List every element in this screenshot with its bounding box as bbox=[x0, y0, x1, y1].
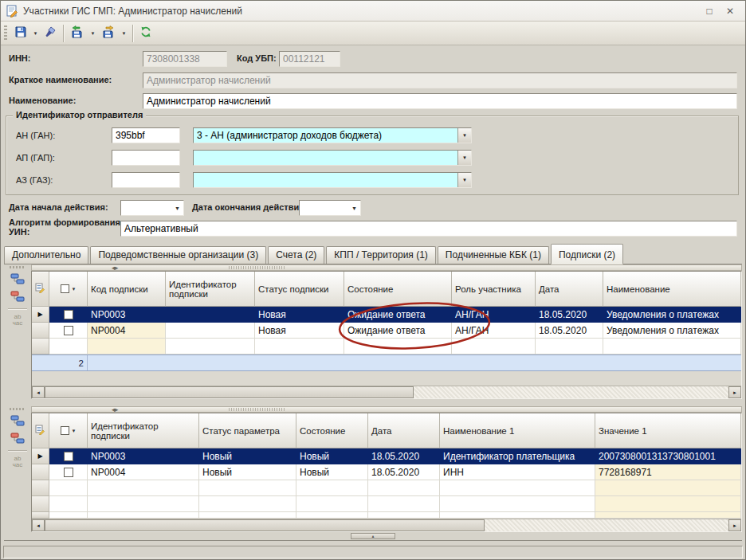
an-gan-role-combo[interactable]: 3 - АН (администратор доходов бюджета) ▼ bbox=[193, 127, 472, 143]
row-checkbox[interactable] bbox=[49, 464, 88, 480]
column-header[interactable]: Идентификатор подписки bbox=[88, 413, 199, 448]
toolbar-grip[interactable] bbox=[4, 25, 7, 41]
import-button[interactable] bbox=[67, 24, 88, 43]
tab-subscriptions[interactable]: Подписки (2) bbox=[551, 244, 623, 264]
restore-button[interactable]: □ bbox=[699, 3, 720, 19]
scroll-right-button[interactable]: ► bbox=[728, 386, 741, 398]
side-toolbar-grip[interactable] bbox=[10, 266, 26, 268]
parameters-grid: ▼ Идентификатор подписки Статус параметр… bbox=[31, 413, 742, 532]
table-row[interactable]: ▶ NP0003 Новый Новый 18.05.2020 Идентифи… bbox=[32, 448, 741, 464]
table-row-empty[interactable] bbox=[32, 339, 741, 354]
ap-gap-code-field[interactable] bbox=[112, 150, 180, 166]
date-end-combo[interactable]: ▼ bbox=[299, 200, 361, 216]
ubp-code-field[interactable]: 00112121 bbox=[279, 51, 340, 67]
scrollbar-track[interactable] bbox=[485, 519, 728, 531]
parameters-grid-header: ▼ Идентификатор подписки Статус параметр… bbox=[32, 413, 741, 448]
column-header[interactable]: Роль участника bbox=[452, 272, 536, 307]
customize-grid-icon bbox=[35, 425, 45, 437]
window-title: Участники ГИС ГМП: Администратор начисле… bbox=[23, 6, 699, 17]
panel-splitter[interactable] bbox=[4, 399, 742, 406]
table-row-empty[interactable] bbox=[32, 496, 741, 512]
customize-columns-button[interactable] bbox=[32, 272, 49, 307]
name-field[interactable]: Администратор начислений bbox=[143, 93, 737, 109]
scrollbar-track[interactable] bbox=[414, 386, 728, 398]
uin-algorithm-field[interactable]: Альтернативный bbox=[120, 221, 737, 237]
column-header[interactable]: Дата bbox=[368, 413, 440, 448]
strip-handle-icon[interactable]: ◀▮▶ bbox=[112, 408, 117, 412]
chevron-down-icon: ▼ bbox=[351, 206, 357, 211]
column-header[interactable]: Статус подписки bbox=[255, 272, 344, 307]
remove-node-icon bbox=[10, 290, 25, 305]
collapse-panel-button[interactable]: ▲ bbox=[351, 533, 395, 539]
participant-form: ИНН: 7308001338 Код УБП: 00112121 Кратко… bbox=[1, 45, 745, 242]
pin-icon bbox=[44, 25, 57, 41]
column-header[interactable]: Статус параметра bbox=[199, 413, 296, 448]
table-row[interactable]: NP0004 Новый Новый 18.05.2020 ИНН 772816… bbox=[32, 464, 741, 480]
column-header[interactable]: Наименование bbox=[603, 272, 741, 307]
date-start-combo[interactable]: ▼ bbox=[120, 200, 184, 216]
column-header[interactable]: Код подписки bbox=[88, 272, 166, 307]
strip-handle-icon[interactable]: ◀▮▶ bbox=[112, 266, 117, 270]
export-floppy-icon bbox=[101, 25, 116, 41]
tab-accounts[interactable]: Счета (2) bbox=[268, 246, 324, 264]
refresh-button[interactable] bbox=[136, 24, 155, 43]
remove-parameter-button[interactable] bbox=[7, 431, 28, 447]
select-all-header[interactable]: ▼ bbox=[49, 413, 88, 448]
column-header[interactable]: Наименование 1 bbox=[440, 413, 595, 448]
incremental-search-button[interactable]: ab час bbox=[7, 454, 28, 470]
tab-kpp-territory[interactable]: КПП / Территория (1) bbox=[326, 246, 436, 264]
ap-gap-role-combo[interactable]: ▼ bbox=[193, 150, 472, 166]
subscriptions-panel: ab час ◀▮▶ ▼ Ко bbox=[4, 264, 742, 399]
inn-field[interactable]: 7308001338 bbox=[143, 51, 227, 67]
row-checkbox[interactable] bbox=[49, 448, 88, 464]
add-parameter-button[interactable] bbox=[7, 413, 28, 429]
column-header[interactable]: Состояние bbox=[344, 272, 452, 307]
export-dropdown-button[interactable]: ▼ bbox=[119, 24, 129, 43]
scrollbar-thumb[interactable] bbox=[45, 386, 414, 398]
summary-row: 2 bbox=[32, 354, 741, 371]
subscriptions-grid: ▼ Код подписки Идентификатор подписки Ст… bbox=[31, 271, 742, 399]
table-row[interactable]: NP0004 Новая Ожидание ответа АН/ГАН 18.0… bbox=[32, 323, 741, 339]
scroll-left-button[interactable]: ◄ bbox=[32, 386, 45, 398]
column-header[interactable]: Значение 1 bbox=[595, 413, 741, 448]
scroll-right-button[interactable]: ► bbox=[728, 519, 741, 531]
customize-columns-button[interactable] bbox=[32, 413, 49, 448]
az-gaz-role-combo[interactable]: ▼ bbox=[193, 172, 472, 188]
side-toolbar-grip[interactable] bbox=[10, 408, 26, 410]
side-toolbar-separator bbox=[8, 450, 27, 451]
save-button[interactable] bbox=[11, 24, 30, 43]
import-dropdown-button[interactable]: ▼ bbox=[88, 24, 98, 43]
az-gaz-code-field[interactable] bbox=[112, 172, 180, 188]
combo-arrow-button[interactable]: ▼ bbox=[457, 151, 471, 165]
scrollbar-thumb[interactable] bbox=[45, 519, 485, 531]
column-header[interactable]: Состояние bbox=[296, 413, 368, 448]
column-header[interactable]: Идентификатор подписки bbox=[166, 272, 255, 307]
add-subscription-button[interactable] bbox=[7, 272, 28, 288]
table-row-empty[interactable] bbox=[32, 480, 741, 496]
save-dropdown-button[interactable]: ▼ bbox=[30, 24, 41, 43]
select-all-header[interactable]: ▼ bbox=[49, 272, 88, 307]
checkbox-icon bbox=[64, 452, 73, 461]
combo-arrow-button[interactable]: ▼ bbox=[457, 173, 471, 187]
row-checkbox[interactable] bbox=[49, 323, 88, 339]
chevron-down-icon: ▼ bbox=[462, 155, 467, 160]
sign-pin-button[interactable] bbox=[41, 24, 60, 43]
tab-strip: Дополнительно Подведомственные организац… bbox=[4, 242, 742, 264]
export-button[interactable] bbox=[98, 24, 119, 43]
uin-algorithm-label: Алгоритм формирования УИН: bbox=[9, 217, 120, 237]
tab-subordinate-orgs[interactable]: Подведомственные организации (3) bbox=[90, 246, 266, 264]
tab-additional[interactable]: Дополнительно bbox=[4, 246, 88, 264]
combo-arrow-button[interactable]: ▼ bbox=[457, 128, 471, 143]
close-button[interactable]: ✕ bbox=[720, 3, 740, 19]
short-name-field[interactable]: Администратор начислений bbox=[143, 72, 737, 88]
scroll-left-button[interactable]: ◄ bbox=[32, 519, 45, 531]
chevron-down-icon: ▼ bbox=[72, 287, 77, 292]
tab-subordinate-kbk[interactable]: Подчиненные КБК (1) bbox=[438, 246, 549, 264]
search-chas-icon: час bbox=[13, 320, 23, 327]
table-row[interactable]: ▶ NP0003 Новая Ожидание ответа АН/ГАН 18… bbox=[32, 307, 741, 323]
remove-subscription-button[interactable] bbox=[7, 289, 28, 305]
row-checkbox[interactable] bbox=[49, 307, 88, 323]
incremental-search-button[interactable]: ab час bbox=[7, 312, 28, 328]
an-gan-code-field[interactable]: 395bbf bbox=[112, 127, 180, 143]
column-header[interactable]: Дата bbox=[536, 272, 603, 307]
